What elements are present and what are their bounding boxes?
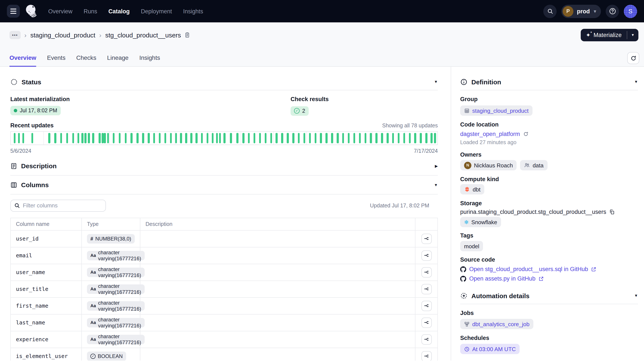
update-event-bar[interactable] bbox=[84, 133, 86, 143]
update-event-bar[interactable] bbox=[48, 133, 50, 143]
column-lineage-button[interactable] bbox=[422, 334, 432, 345]
update-event-bar[interactable] bbox=[118, 133, 120, 143]
update-event-bar[interactable] bbox=[18, 133, 20, 143]
update-event-bar[interactable] bbox=[107, 133, 109, 143]
update-event-bar[interactable] bbox=[92, 133, 94, 143]
source-assets-link[interactable]: Open assets.py in GitHub bbox=[469, 275, 536, 282]
update-event-bar[interactable] bbox=[216, 133, 218, 143]
user-avatar[interactable]: S bbox=[624, 4, 637, 18]
update-event-bar[interactable] bbox=[102, 133, 104, 143]
tab-overview[interactable]: Overview bbox=[10, 54, 36, 67]
update-event-bar[interactable] bbox=[131, 133, 132, 143]
update-event-bar[interactable] bbox=[180, 133, 182, 143]
update-event-bar[interactable] bbox=[309, 133, 311, 143]
update-event-bar[interactable] bbox=[207, 133, 208, 143]
update-event-bar[interactable] bbox=[77, 133, 79, 143]
search-button[interactable] bbox=[543, 4, 556, 18]
update-event-bar[interactable] bbox=[287, 133, 289, 143]
column-lineage-button[interactable] bbox=[422, 301, 432, 311]
update-event-bar[interactable] bbox=[292, 133, 294, 143]
tab-lineage[interactable]: Lineage bbox=[107, 54, 129, 67]
update-event-bar[interactable] bbox=[113, 133, 115, 143]
column-lineage-button[interactable] bbox=[422, 233, 432, 244]
update-event-bar[interactable] bbox=[14, 133, 16, 143]
nav-item-deployment[interactable]: Deployment bbox=[141, 8, 172, 14]
update-event-bar[interactable] bbox=[219, 133, 221, 143]
update-event-bar[interactable] bbox=[298, 133, 300, 143]
latest-materialization-pill[interactable]: Jul 17, 8:02 PM bbox=[10, 106, 61, 115]
update-event-bar[interactable] bbox=[376, 133, 378, 143]
column-lineage-button[interactable] bbox=[422, 317, 432, 328]
update-event-bar[interactable] bbox=[142, 133, 144, 143]
nav-item-runs[interactable]: Runs bbox=[84, 8, 97, 14]
update-event-bar[interactable] bbox=[60, 133, 62, 143]
tab-insights[interactable]: Insights bbox=[139, 54, 160, 67]
owner-team-pill[interactable]: data bbox=[520, 160, 548, 170]
job-pill[interactable]: dbt_analytics_core_job bbox=[460, 319, 533, 329]
collapse-status-icon[interactable]: ▼ bbox=[434, 80, 438, 84]
refresh-button[interactable] bbox=[627, 52, 639, 64]
copy-asset-name-icon[interactable] bbox=[184, 32, 190, 38]
update-event-bar[interactable] bbox=[170, 133, 172, 143]
environment-switcher[interactable]: P prod ▼ bbox=[561, 4, 601, 18]
update-event-bar[interactable] bbox=[104, 133, 106, 143]
update-event-bar[interactable] bbox=[164, 133, 166, 143]
breadcrumb-group[interactable]: staging_cloud_product bbox=[30, 31, 95, 38]
update-event-bar[interactable] bbox=[434, 133, 436, 143]
update-event-bar[interactable] bbox=[54, 133, 56, 143]
column-lineage-button[interactable] bbox=[422, 250, 432, 261]
update-event-bar[interactable] bbox=[425, 133, 427, 143]
update-event-bar[interactable] bbox=[348, 133, 350, 143]
column-lineage-button[interactable] bbox=[422, 351, 432, 361]
update-event-bar[interactable] bbox=[224, 133, 226, 143]
update-event-bar[interactable] bbox=[364, 133, 366, 143]
update-event-bar[interactable] bbox=[153, 133, 155, 143]
update-event-bar[interactable] bbox=[420, 133, 422, 143]
update-event-bar[interactable] bbox=[72, 133, 74, 143]
update-event-bar[interactable] bbox=[196, 133, 198, 143]
update-event-bar[interactable] bbox=[242, 133, 244, 143]
hamburger-menu-button[interactable] bbox=[7, 5, 20, 18]
update-event-bar[interactable] bbox=[359, 133, 361, 143]
update-event-bar[interactable] bbox=[82, 133, 84, 143]
update-event-bar[interactable] bbox=[337, 133, 338, 143]
update-event-bar[interactable] bbox=[66, 133, 68, 143]
update-event-bar[interactable] bbox=[381, 133, 383, 143]
update-event-bar[interactable] bbox=[212, 133, 214, 143]
update-event-bar[interactable] bbox=[314, 133, 316, 143]
update-event-bar[interactable] bbox=[88, 133, 90, 143]
update-event-bar[interactable] bbox=[403, 133, 405, 143]
update-event-bar[interactable] bbox=[304, 133, 306, 143]
copy-storage-path-icon[interactable] bbox=[609, 209, 615, 215]
update-event-bar[interactable] bbox=[137, 133, 138, 143]
update-event-bar[interactable] bbox=[230, 133, 232, 143]
expand-description-icon[interactable]: ▶ bbox=[435, 164, 438, 168]
materialize-dropdown-button[interactable]: ▼ bbox=[627, 29, 638, 41]
update-event-bar[interactable] bbox=[159, 133, 161, 143]
dagster-logo-icon[interactable] bbox=[24, 3, 39, 19]
reload-location-icon[interactable] bbox=[523, 131, 529, 137]
source-sql-link[interactable]: Open stg_cloud_product__users.sql in Git… bbox=[469, 266, 588, 272]
update-event-bar[interactable] bbox=[124, 133, 126, 143]
code-location-link[interactable]: dagster_open_platform bbox=[460, 131, 520, 137]
update-event-bar[interactable] bbox=[276, 133, 278, 143]
update-event-bar[interactable] bbox=[414, 133, 416, 143]
update-event-bar[interactable] bbox=[190, 133, 192, 143]
collapse-definition-icon[interactable]: ▼ bbox=[634, 80, 638, 84]
collapse-columns-icon[interactable]: ▼ bbox=[434, 183, 438, 187]
update-event-bar[interactable] bbox=[342, 133, 344, 143]
update-event-bar[interactable] bbox=[98, 133, 100, 143]
update-event-bar[interactable] bbox=[31, 133, 33, 143]
update-event-bar[interactable] bbox=[264, 133, 266, 143]
help-button[interactable] bbox=[606, 4, 619, 18]
update-event-bar[interactable] bbox=[331, 133, 333, 143]
collapse-automation-icon[interactable]: ▼ bbox=[634, 294, 638, 298]
owner-pill[interactable]: N Nicklaus Roach bbox=[460, 160, 517, 170]
nav-item-overview[interactable]: Overview bbox=[48, 8, 72, 14]
nav-item-catalog[interactable]: Catalog bbox=[108, 8, 130, 14]
update-event-bar[interactable] bbox=[398, 133, 400, 143]
update-event-bar[interactable] bbox=[254, 133, 256, 143]
update-event-bar[interactable] bbox=[185, 133, 187, 143]
update-event-bar[interactable] bbox=[430, 133, 432, 143]
update-event-bar[interactable] bbox=[392, 133, 394, 143]
